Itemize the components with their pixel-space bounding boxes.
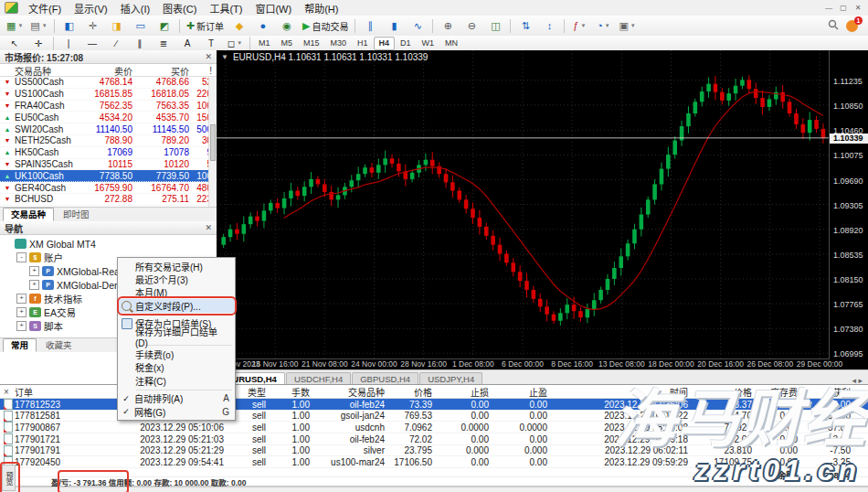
profiles-button-dropdown-icon[interactable]: ▼ xyxy=(42,23,48,28)
menu-item-H[interactable]: 所有交易记录(H) xyxy=(118,260,235,273)
menu-item-F[interactable]: 文件(F) xyxy=(22,0,68,16)
navigator-close-icon[interactable]: ✕ xyxy=(205,223,212,232)
menu-item-C[interactable]: 注释(C) xyxy=(118,374,235,387)
periods-button-dropdown-icon[interactable]: ▼ xyxy=(605,23,610,28)
market-watch-row[interactable]: ▲HK50Cash17069170789 xyxy=(0,147,217,159)
mw-col-spread[interactable]: ! xyxy=(194,66,217,76)
templates-button[interactable]: ▣▼ xyxy=(615,16,639,35)
hline-button[interactable]: — xyxy=(80,36,104,50)
arrange-up-button[interactable]: ⇅ xyxy=(513,16,537,35)
history-col-6[interactable]: 止损 xyxy=(437,385,493,399)
history-row[interactable]: 1779204502023.12.29 09:54:41sell1.00us10… xyxy=(0,456,868,468)
menu-item-G[interactable]: ✓网格(G)G xyxy=(118,405,235,418)
menu-item-A[interactable]: ✓自动排列(A)A xyxy=(118,392,235,405)
collapse-icon[interactable]: - xyxy=(16,252,26,262)
shapes-button[interactable]: ◻▼ xyxy=(223,36,247,50)
history-row[interactable]: 1779017912023.12.29 05:21:29sell1.00silv… xyxy=(0,445,868,457)
market-watch-row[interactable]: ▼SPAIN35Cash10115101205 xyxy=(0,159,217,171)
tab-即时图[interactable]: 即时图 xyxy=(55,208,98,221)
new-chart-button[interactable]: ▦▼ xyxy=(3,16,26,35)
menu-item-H[interactable]: 帮助(H) xyxy=(298,0,344,16)
cursor-button[interactable]: ↖ xyxy=(3,36,26,50)
history-col-7[interactable]: 止盈 xyxy=(493,385,552,399)
timeframe-W1[interactable]: W1 xyxy=(417,37,440,50)
chart-area[interactable]: 1.112351.108501.104601.100751.096901.093… xyxy=(217,50,868,369)
terminal-vertical-tab[interactable]: 预览 xyxy=(2,465,16,491)
strategy-tester-toggle[interactable]: ◩ xyxy=(153,16,176,35)
timeframe-M15[interactable]: M15 xyxy=(298,37,325,50)
history-col-4[interactable]: 交易品种 xyxy=(314,385,389,399)
market-watch-row[interactable]: ▲SWI20Cash11140.5011145.50500 xyxy=(0,123,217,135)
history-col-3[interactable]: 手数 xyxy=(270,385,314,399)
menu-item-I[interactable]: 插入(I) xyxy=(114,0,156,16)
menu-item-C[interactable]: 图表(C) xyxy=(156,0,203,16)
new-chart-button-dropdown-icon[interactable]: ▼ xyxy=(17,23,23,28)
history-row[interactable]: 1779008672023.12.29 05:10:06sell1.00usdc… xyxy=(0,422,868,433)
history-col-10[interactable]: 库存费 xyxy=(757,385,802,399)
menu-item-P[interactable]: 自定义时段(P)... xyxy=(118,299,235,312)
timeframe-MN[interactable]: MN xyxy=(439,37,463,50)
navigator-toggle[interactable]: ◨ xyxy=(105,16,129,35)
market-watch-row[interactable]: ▼US500Cash4768.144768.6652 xyxy=(0,77,217,89)
menu-item-T[interactable]: 工具(T) xyxy=(203,0,249,16)
tree-item-server[interactable]: XM Global MT4 xyxy=(0,237,217,251)
menu-item-V[interactable]: 显示(V) xyxy=(68,0,114,16)
fibonacci-button[interactable]: ≣ xyxy=(152,36,175,50)
menu-item-o[interactable]: 手续费(o) xyxy=(118,348,235,360)
menu-item-M[interactable]: 本月(M) xyxy=(118,286,235,299)
market-watch-row[interactable]: ▼US100Cash16815.8516818.05220 xyxy=(0,89,217,101)
text-button[interactable]: A xyxy=(175,36,199,50)
menu-item-D[interactable]: 保存为详细户口结单(D) xyxy=(118,330,235,343)
expand-icon[interactable]: + xyxy=(29,280,39,290)
market-watch-row[interactable]: ▼FRA40Cash7562.357563.35100 xyxy=(0,101,217,112)
market-watch-close-icon[interactable]: ✕ xyxy=(205,52,212,61)
chart-tab-USDCHF[interactable]: USDCHF,H4 xyxy=(286,372,351,385)
history-col-0[interactable]: 订单 xyxy=(15,385,84,399)
shapes-button-dropdown-icon[interactable]: ▼ xyxy=(237,40,242,46)
market-watch-row[interactable]: ▼BCHUSD272.88275.11223 xyxy=(0,194,217,206)
timeframe-H4[interactable]: H4 xyxy=(374,37,396,50)
vline-button[interactable]: | xyxy=(57,36,80,50)
notifications-icon[interactable]: 1 xyxy=(846,20,858,32)
arrange-down-button[interactable]: ↕ xyxy=(537,16,561,35)
menu-item-33[interactable]: 最近3个月(3) xyxy=(118,273,235,285)
tile-windows-button[interactable]: ◫ xyxy=(483,16,507,35)
menu-item-x[interactable]: 税金(x) xyxy=(118,361,235,374)
mw-col-ask[interactable]: 买价 xyxy=(137,64,194,78)
maximize-button[interactable]: ▢ xyxy=(838,4,849,12)
web-globe-button[interactable]: ◉ xyxy=(275,16,299,35)
data-window-toggle[interactable]: ✛ xyxy=(81,16,105,35)
periods-button[interactable]: ◔▼ xyxy=(591,16,615,35)
expand-icon[interactable]: + xyxy=(29,266,39,276)
metaeditor-button[interactable]: ◆ xyxy=(228,16,251,35)
history-row[interactable]: 1779017212023.12.29 05:21:03sell1.00oil-… xyxy=(0,433,868,445)
tab-交易品种[interactable]: 交易品种 xyxy=(3,208,54,221)
timeframe-M1[interactable]: M1 xyxy=(253,37,276,50)
minimize-button[interactable]: — xyxy=(823,4,834,12)
market-watch-row[interactable]: ▼GER40Cash16759.9016764.70480 xyxy=(0,182,217,194)
zoom-in-button[interactable]: ⊕ xyxy=(436,16,460,35)
label-button[interactable]: T xyxy=(199,36,223,50)
search-icon[interactable] xyxy=(828,19,839,32)
market-watch-row[interactable]: ▲EU50Cash4534.204535.70150 xyxy=(0,112,217,123)
market-watch-toggle[interactable]: ◧ xyxy=(58,16,81,35)
timeframe-M30[interactable]: M30 xyxy=(325,37,353,50)
market-watch-row[interactable]: ▼NETH25Cash788.90789.2030 xyxy=(0,135,217,147)
expand-icon[interactable]: + xyxy=(16,321,26,331)
menu-item-W[interactable]: 窗口(W) xyxy=(249,0,298,16)
profiles-button[interactable]: ▤▼ xyxy=(26,16,50,35)
one-click-trading-icon[interactable]: ▼ xyxy=(221,53,228,61)
channel-button[interactable]: ∥ xyxy=(128,36,152,50)
history-col-11[interactable]: 获利 xyxy=(802,385,855,399)
history-col-9[interactable]: 价格 xyxy=(693,385,757,399)
indicators-button-dropdown-icon[interactable]: ▼ xyxy=(580,23,586,28)
trendline-button[interactable]: ∕ xyxy=(104,36,128,50)
timeframe-D1[interactable]: D1 xyxy=(395,37,417,50)
history-col-5[interactable]: 价格 xyxy=(389,385,437,399)
line-chart-button[interactable]: ∿ xyxy=(406,16,429,35)
autotrading-button[interactable]: ▶自动交易 xyxy=(299,16,352,35)
tab-收藏夹[interactable]: 收藏夹 xyxy=(37,338,80,352)
expand-icon[interactable]: + xyxy=(16,294,26,304)
candlestick-button[interactable]: ▮ xyxy=(382,16,406,35)
templates-button-dropdown-icon[interactable]: ▼ xyxy=(630,23,636,28)
